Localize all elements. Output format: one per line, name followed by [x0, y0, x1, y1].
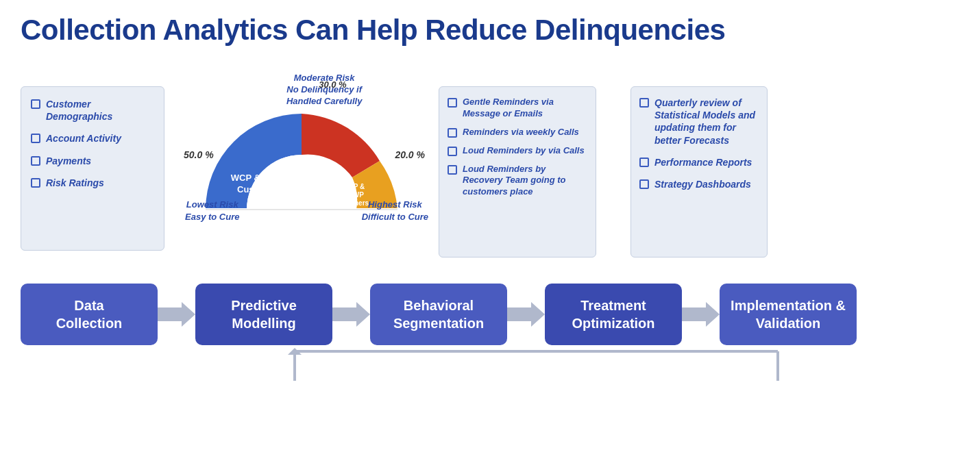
- feedback-arrow-svg: [182, 348, 798, 382]
- list-item: Loud Reminders by Recovery Team going to…: [448, 164, 587, 199]
- list-item: Loud Reminders by via Calls: [448, 145, 587, 157]
- checkbox-icon: [448, 147, 457, 156]
- list-item: Account Activity: [31, 132, 154, 145]
- item-label: Loud Reminders by via Calls: [463, 145, 585, 157]
- item-label: Risk Ratings: [46, 177, 104, 189]
- list-item: Gentle Reminders via Message or Emails: [448, 97, 587, 120]
- checkbox-icon: [448, 98, 457, 108]
- page-container: Collection Analytics Can Help Reduce Del…: [0, 0, 980, 452]
- svg-marker-10: [682, 302, 720, 327]
- checkbox-icon: [31, 134, 40, 143]
- flow-arrow-4: [682, 297, 720, 331]
- svg-marker-7: [158, 302, 195, 327]
- item-label: Loud Reminders by Recovery Team going to…: [463, 164, 587, 199]
- item-label: Quarterly review of Statistical Models a…: [654, 97, 759, 147]
- item-label: Reminders via weekly Calls: [463, 127, 579, 138]
- checkbox-icon: [31, 178, 40, 188]
- flow-step-implementation-validation: Implementation & Validation: [720, 284, 857, 345]
- svg-text:CNWP &: CNWP &: [337, 183, 365, 190]
- list-item: Reminders via weekly Calls: [448, 127, 587, 138]
- item-label: Strategy Dashboards: [654, 178, 751, 190]
- checkbox-icon: [31, 156, 40, 166]
- svg-marker-9: [507, 302, 545, 327]
- gauge-top-label: Moderate RiskNo Delinquency ifHandled Ca…: [286, 73, 363, 108]
- pct-50-label: 50.0 %: [184, 149, 214, 160]
- arrow-svg: [507, 301, 545, 328]
- feedback-arrow: [21, 348, 959, 382]
- item-label: Account Activity: [46, 132, 121, 145]
- flow-arrow-3: [507, 297, 545, 331]
- list-item: Performance Reports: [639, 156, 759, 168]
- page-title: Collection Analytics Can Help Reduce Del…: [21, 14, 959, 47]
- data-collection-box: Customer Demographics Account Activity P…: [21, 86, 164, 251]
- item-label: Customer Demographics: [46, 98, 154, 123]
- checkbox-icon: [448, 165, 457, 175]
- pct-20-label: 20.0 %: [395, 149, 425, 160]
- gauge-wrapper: Moderate RiskNo Delinquency ifHandled Ca…: [178, 73, 425, 237]
- flow-step-behavioral-segmentation: Behavioral Segmentation: [370, 284, 507, 345]
- gauge-bottom-left: Lowest RiskEasy to Cure: [185, 199, 239, 223]
- svg-text:Customers: Customers: [237, 184, 284, 194]
- list-item: Risk Ratings: [31, 177, 154, 189]
- list-item: Payments: [31, 155, 154, 167]
- flow-step-data-collection: Data Collection: [21, 284, 158, 345]
- list-item: Quarterly review of Statistical Models a…: [639, 97, 759, 147]
- checkbox-icon: [639, 179, 649, 189]
- implementation-box: Quarterly review of Statistical Models a…: [630, 86, 768, 258]
- arrow-svg: [682, 301, 720, 328]
- gauge-chart: Moderate RiskNo Delinquency ifHandled Ca…: [171, 59, 432, 237]
- arrow-svg: [332, 301, 370, 328]
- list-item: Strategy Dashboards: [639, 178, 759, 190]
- treatment-box: Gentle Reminders via Message or Emails R…: [439, 86, 596, 258]
- checkbox-icon: [639, 98, 649, 108]
- checkbox-icon: [639, 158, 649, 167]
- item-label: Payments: [46, 155, 91, 167]
- svg-text:NCNWP: NCNWP: [338, 191, 364, 199]
- arrow-svg: [158, 301, 195, 328]
- item-label: Gentle Reminders via Message or Emails: [463, 97, 587, 120]
- flow-arrow-1: [158, 297, 195, 331]
- flow-step-predictive-modelling: Predictive Modelling: [195, 284, 332, 345]
- list-item: Customer Demographics: [31, 98, 154, 123]
- svg-text:WCP & NCWP: WCP & NCWP: [231, 173, 291, 183]
- flow-step-treatment-optimization: Treatment Optimization: [545, 284, 682, 345]
- svg-marker-8: [332, 302, 370, 327]
- bottom-section: Data Collection Predictive Modelling B: [21, 284, 959, 382]
- flow-row: Data Collection Predictive Modelling B: [21, 284, 959, 345]
- gauge-bottom-right: Highest RiskDifficult to Cure: [362, 199, 428, 223]
- pct-30-label: 30.0 %: [319, 79, 346, 90]
- top-section: Customer Demographics Account Activity P…: [21, 59, 959, 271]
- item-label: Performance Reports: [654, 156, 752, 168]
- checkbox-icon: [448, 128, 457, 138]
- flow-arrow-2: [332, 297, 370, 331]
- checkbox-icon: [31, 99, 40, 109]
